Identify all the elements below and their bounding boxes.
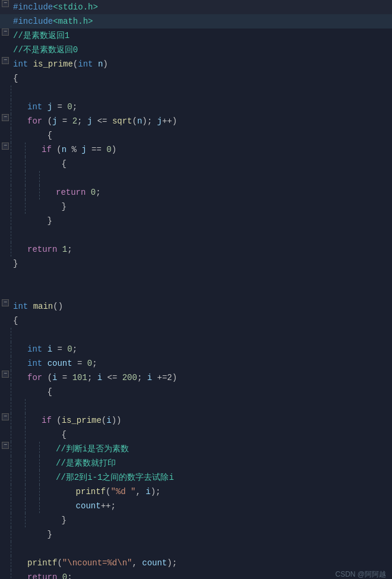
- code-content: if (is_prime(i)): [39, 413, 392, 428]
- indent-guide: [11, 143, 25, 157]
- code-line: {: [0, 157, 392, 171]
- indent-guide: [39, 185, 53, 200]
- code-line: int j = 0;: [0, 100, 392, 114]
- indent-guide: [11, 556, 25, 570]
- indent-guides: [11, 485, 53, 499]
- code-line: int i = 0;: [0, 342, 392, 356]
- fold-gutter[interactable]: −: [0, 57, 11, 64]
- fold-icon[interactable]: −: [2, 143, 9, 150]
- fold-icon[interactable]: −: [2, 371, 9, 378]
- code-line: [0, 328, 392, 342]
- code-line: −#include<stdio.h>: [0, 0, 392, 14]
- indent-guide: [11, 485, 25, 499]
- indent-guide: [11, 100, 25, 114]
- code-line: −for (i = 101; i <= 200; i +=2): [0, 371, 392, 385]
- indent-guide: [11, 114, 25, 128]
- indent-guides: [11, 428, 39, 442]
- code-line: −int is_prime(int n): [0, 57, 392, 71]
- fold-gutter[interactable]: −: [0, 413, 11, 420]
- code-content: [25, 328, 392, 342]
- code-line: //不是素数返回0: [0, 43, 392, 57]
- code-line: [0, 271, 392, 285]
- indent-guide: [11, 157, 25, 171]
- indent-guide: [25, 413, 39, 428]
- code-content: //是素数返回1: [11, 29, 392, 43]
- indent-guide: [25, 399, 39, 413]
- indent-guide: [25, 456, 39, 470]
- fold-gutter[interactable]: −: [0, 371, 11, 378]
- fold-gutter[interactable]: −: [0, 299, 11, 306]
- fold-icon[interactable]: −: [2, 0, 9, 7]
- code-line: //是素数就打印: [0, 456, 392, 470]
- code-line: return 0;: [0, 185, 392, 200]
- code-content: //是素数就打印: [53, 456, 392, 470]
- code-line: }: [0, 527, 392, 542]
- fold-icon[interactable]: −: [2, 29, 9, 36]
- code-line: −int main(): [0, 299, 392, 314]
- indent-guide: [11, 242, 25, 257]
- indent-guide: [39, 456, 53, 470]
- indent-guide: [11, 171, 25, 185]
- indent-guide: [11, 570, 25, 579]
- indent-guides: [11, 542, 25, 556]
- code-content: for (i = 101; i <= 200; i +=2): [25, 371, 392, 385]
- indent-guides: [11, 456, 53, 470]
- indent-guide: [25, 171, 39, 185]
- indent-guides: [11, 100, 25, 114]
- indent-guide: [11, 456, 25, 470]
- indent-guides: [11, 228, 25, 242]
- code-content: {: [25, 385, 392, 399]
- code-content: return 1;: [25, 242, 392, 257]
- indent-guide: [11, 385, 25, 399]
- indent-guides: [11, 556, 25, 570]
- fold-icon[interactable]: −: [2, 57, 9, 64]
- code-content: int is_prime(int n): [11, 57, 392, 71]
- fold-gutter[interactable]: −: [0, 114, 11, 121]
- indent-guide: [11, 428, 25, 442]
- fold-icon[interactable]: −: [2, 442, 9, 449]
- code-line: return 0;: [0, 570, 392, 579]
- code-content: }: [25, 214, 392, 228]
- code-line: {: [0, 128, 392, 143]
- indent-guide: [25, 157, 39, 171]
- indent-guide: [11, 185, 25, 200]
- indent-guide: [11, 499, 25, 513]
- fold-gutter[interactable]: −: [0, 442, 11, 449]
- code-content: return 0;: [53, 185, 392, 200]
- code-line: [0, 228, 392, 242]
- indent-guides: [11, 371, 25, 385]
- indent-guide: [11, 128, 25, 143]
- indent-guides: [11, 114, 25, 128]
- indent-guide: [39, 470, 53, 485]
- code-line: }: [0, 257, 392, 271]
- indent-guide: [11, 371, 25, 385]
- indent-guide: [11, 513, 25, 527]
- indent-guides: [11, 128, 25, 143]
- indent-guide: [11, 399, 25, 413]
- indent-guides: [11, 171, 53, 185]
- code-editor: −#include<stdio.h>#include<math.h>−//是素数…: [0, 0, 392, 579]
- indent-guide: [25, 428, 39, 442]
- code-line: }: [0, 200, 392, 214]
- code-content: }: [25, 527, 392, 542]
- indent-guides: [11, 399, 39, 413]
- code-line: }: [0, 513, 392, 527]
- code-content: printf("\ncount=%d\n", count);: [25, 556, 392, 570]
- code-content: }: [39, 513, 392, 527]
- fold-gutter[interactable]: −: [0, 143, 11, 150]
- fold-gutter[interactable]: −: [0, 0, 11, 7]
- code-line: int count = 0;: [0, 356, 392, 371]
- code-content: [25, 86, 392, 100]
- fold-icon[interactable]: −: [2, 114, 9, 121]
- fold-gutter[interactable]: −: [0, 29, 11, 36]
- code-line: [0, 171, 392, 185]
- code-line: #include<math.h>: [0, 14, 392, 29]
- code-line: −if (is_prime(i)): [0, 413, 392, 428]
- fold-icon[interactable]: −: [2, 413, 9, 420]
- indent-guide: [39, 171, 53, 185]
- code-content: #include<stdio.h>: [11, 0, 392, 14]
- code-content: int main(): [11, 299, 392, 314]
- fold-icon[interactable]: −: [2, 299, 9, 306]
- indent-guides: [11, 356, 25, 371]
- indent-guides: [11, 185, 53, 200]
